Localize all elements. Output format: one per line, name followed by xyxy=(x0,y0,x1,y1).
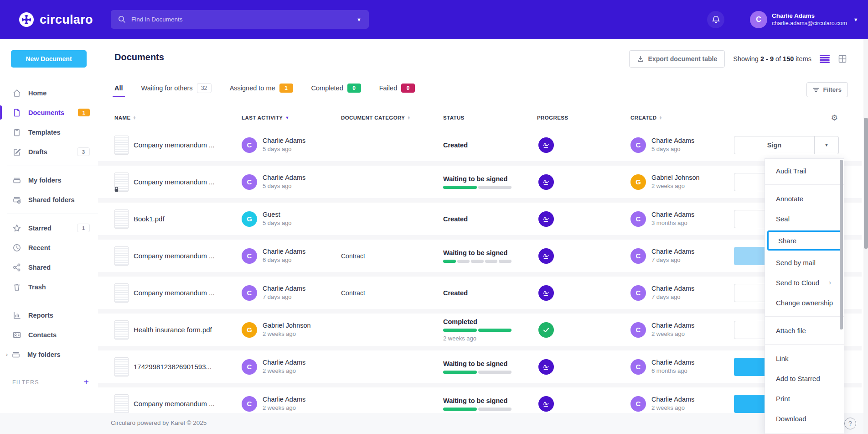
sort-icon[interactable]: ▲▼ xyxy=(659,116,662,120)
created-time: 2 weeks ago xyxy=(651,405,694,411)
window-scrollbar[interactable] xyxy=(863,39,868,434)
menu-item-audit-trail[interactable]: Audit Trail xyxy=(765,161,844,181)
sidebar-item-shared-folders[interactable]: Shared folders xyxy=(0,190,98,209)
draft-icon xyxy=(12,147,21,157)
new-document-button[interactable]: New Document xyxy=(11,50,87,68)
divider xyxy=(7,301,98,301)
lock-icon xyxy=(114,187,119,192)
sidebar-item-templates[interactable]: Templates xyxy=(0,122,98,142)
table-settings-gear-icon[interactable]: ⚙ xyxy=(831,113,838,123)
menu-item-share[interactable]: Share xyxy=(767,230,842,251)
sidebar-item-documents[interactable]: Documents 1 xyxy=(0,103,98,122)
menu-item-send-by-mail[interactable]: Send by mail xyxy=(765,252,844,272)
grid-view-button[interactable] xyxy=(838,54,847,63)
tab-waiting-for-others[interactable]: Waiting for others32 xyxy=(141,79,212,97)
global-search[interactable]: ▼ xyxy=(111,10,369,29)
menu-item-print[interactable]: Print xyxy=(765,388,844,408)
tab-completed[interactable]: Completed0 xyxy=(311,79,361,97)
document-name[interactable]: Company memorandum ... xyxy=(134,240,238,272)
table-row[interactable]: Company memorandum ... C Charlie Adams 5… xyxy=(98,129,862,166)
sidebar-item-label: Starred xyxy=(28,225,52,232)
sidebar-item-reports[interactable]: Reports xyxy=(0,305,98,325)
tab-all[interactable]: All xyxy=(114,79,123,97)
document-name[interactable]: Company memorandum ... xyxy=(134,277,238,309)
tab-label: Assigned to me xyxy=(230,84,275,92)
filters-button[interactable]: Filters xyxy=(806,82,848,97)
showing-range: 2 - 9 xyxy=(760,55,774,63)
document-name[interactable]: Company memorandum ... xyxy=(134,166,238,198)
user-email: charlie.adams@circularo.com xyxy=(772,20,847,27)
add-filter-button[interactable]: + xyxy=(83,377,89,387)
tab-label: Failed xyxy=(379,84,398,92)
sidebar-item-shared[interactable]: Shared xyxy=(0,257,98,277)
document-name[interactable]: Book1.pdf xyxy=(134,203,238,235)
sidebar-item-home[interactable]: Home xyxy=(0,83,98,103)
table-row[interactable]: Company memorandum ... C Charlie Adams 7… xyxy=(98,277,862,314)
document-category xyxy=(341,166,414,198)
menu-item-annotate[interactable]: Annotate xyxy=(765,188,844,209)
notifications-button[interactable] xyxy=(707,11,724,28)
document-category: Contract xyxy=(341,240,414,272)
sort-icon[interactable]: ▲▼ xyxy=(407,116,410,120)
menu-item-attach-file[interactable]: Attach file xyxy=(765,320,844,340)
status-cell: Completed 2 weeks ago xyxy=(443,314,525,346)
top-bar: circularo ▼ C Charlie Adams charlie.adam… xyxy=(0,0,868,39)
sidebar-item-my-folders-tree[interactable]: › My folders xyxy=(0,345,98,364)
document-name[interactable]: 1742998123826901593... xyxy=(134,350,238,383)
status-text: Completed xyxy=(443,318,477,325)
help-button[interactable]: ? xyxy=(844,418,856,429)
created-user-name: Charlie Adams xyxy=(651,285,694,293)
brand[interactable]: circularo xyxy=(18,11,93,28)
tab-failed[interactable]: Failed0 xyxy=(379,79,415,97)
column-header-created[interactable]: CREATED▲▼ xyxy=(630,115,662,120)
menu-item-seal[interactable]: Seal xyxy=(765,209,844,229)
created-avatar: C xyxy=(630,359,646,375)
table-row[interactable]: Book1.pdf G Guest 5 days ago Created xyxy=(98,203,862,240)
sort-desc-icon[interactable]: ▼ xyxy=(285,115,289,120)
chevron-right-icon[interactable]: › xyxy=(6,351,8,358)
table-row[interactable]: Company memorandum ... C Charlie Adams 6… xyxy=(98,240,862,277)
sidebar-item-my-folders[interactable]: My folders xyxy=(0,170,98,190)
window-scrollbar-thumb[interactable] xyxy=(864,118,868,249)
search-input[interactable] xyxy=(130,16,356,23)
filters-section-label: FILTERS xyxy=(12,379,39,386)
sidebar-item-recent[interactable]: Recent xyxy=(0,238,98,257)
menu-item-send-to-cloud[interactable]: Send to Cloud› xyxy=(765,272,844,293)
menu-scrollbar-thumb[interactable] xyxy=(840,160,843,329)
column-header-document-category[interactable]: DOCUMENT CATEGORY▲▼ xyxy=(341,115,411,120)
sidebar-item-drafts[interactable]: Drafts 3 xyxy=(0,142,98,162)
user-menu-caret-icon: ▼ xyxy=(853,17,858,22)
table-row[interactable]: 1742998123826901593... C Charlie Adams 2… xyxy=(98,350,862,387)
tab-assigned-to-me[interactable]: Assigned to me1 xyxy=(230,79,293,97)
table-header: NAME▲▼ LAST ACTIVITY▼ DOCUMENT CATEGORY▲… xyxy=(98,109,862,129)
column-header-last-activity[interactable]: LAST ACTIVITY▼ xyxy=(242,115,289,120)
export-document-table-button[interactable]: Export document table xyxy=(629,50,725,68)
menu-item-link[interactable]: Link xyxy=(765,348,844,368)
list-view-button[interactable] xyxy=(820,55,830,63)
sidebar-item-starred[interactable]: Starred 1 xyxy=(0,218,98,238)
sidebar-item-contacts[interactable]: Contacts xyxy=(0,325,98,345)
table-row[interactable]: Health insurance form.pdf G Gabriel John… xyxy=(98,314,862,350)
last-activity-cell: C Charlie Adams 2 weeks ago xyxy=(242,350,337,383)
menu-item-add-to-starred[interactable]: Add to Starred xyxy=(765,368,844,388)
export-label: Export document table xyxy=(648,55,718,63)
user-menu[interactable]: C Charlie Adams charlie.adams@circularo.… xyxy=(750,11,858,28)
drafts-count-badge: 3 xyxy=(77,147,90,156)
column-header-name[interactable]: NAME▲▼ xyxy=(114,115,136,120)
sign-button-label: Sign xyxy=(734,136,814,154)
table-row[interactable]: Company memorandum ... C Charlie Adams 5… xyxy=(98,166,862,203)
sidebar-item-trash[interactable]: Trash xyxy=(0,277,98,297)
sign-button[interactable]: Sign ▼ xyxy=(734,136,839,154)
document-name[interactable]: Health insurance form.pdf xyxy=(134,314,238,346)
status-cell: Created xyxy=(443,203,525,235)
circularo-logo-icon xyxy=(18,11,35,28)
document-category: Contract xyxy=(341,277,414,309)
sort-icon[interactable]: ▲▼ xyxy=(133,116,136,120)
created-time: 2 weeks ago xyxy=(651,331,694,337)
document-thumbnail xyxy=(114,320,129,340)
menu-item-download[interactable]: Download xyxy=(765,408,844,429)
document-name[interactable]: Company memorandum ... xyxy=(134,129,238,161)
actions-caret-icon[interactable]: ▼ xyxy=(815,136,838,154)
menu-item-change-ownership[interactable]: Change ownership xyxy=(765,293,844,313)
search-scope-caret-icon[interactable]: ▼ xyxy=(356,17,362,22)
